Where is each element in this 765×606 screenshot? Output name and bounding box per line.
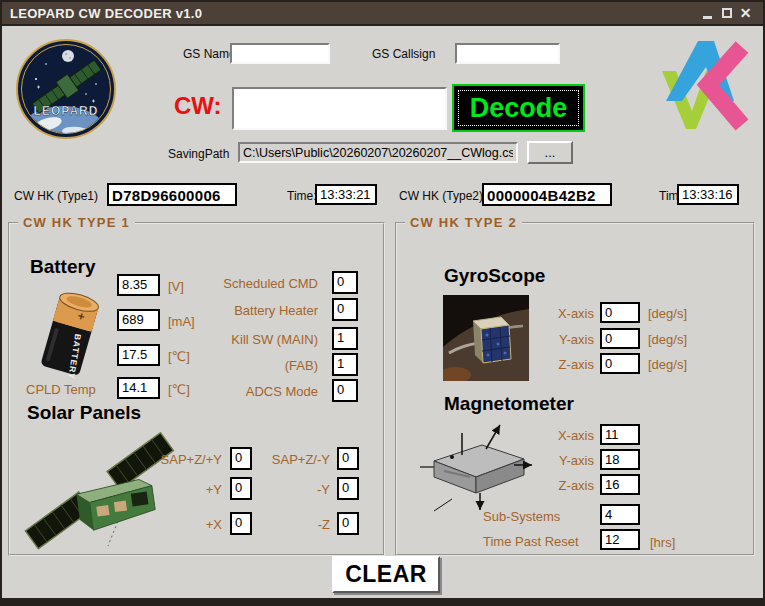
saving-path-label: SavingPath — [168, 147, 229, 161]
type2-group-title: CW HK TYPE 2 — [405, 215, 522, 230]
patch-leopard-text: LEOPARD — [34, 104, 99, 118]
browse-button[interactable]: ... — [527, 141, 573, 164]
scheduled-cmd-box[interactable]: 0 — [332, 271, 358, 294]
kill-sw-main-box[interactable]: 1 — [332, 327, 358, 350]
sap-my-label: -Y — [255, 482, 330, 497]
hk-time1-box[interactable]: 13:33:21 — [315, 184, 377, 205]
hk-type1-label: CW HK (Type1) — [14, 189, 98, 203]
decode-button[interactable]: Decode — [452, 84, 585, 132]
window-title: LEOPARD CW DECODER v1.0 — [10, 6, 698, 21]
gyroscope-satellite-image — [443, 295, 529, 381]
maximize-icon — [722, 8, 732, 18]
mag-y-box[interactable]: 18 — [600, 449, 640, 470]
hrs-unit: [hrs] — [650, 535, 675, 550]
hk-type2-value-box[interactable]: 0000004B42B2 — [482, 183, 612, 206]
hk-time2-box[interactable]: 13:33:16 — [677, 184, 739, 205]
maximize-button[interactable] — [717, 4, 736, 23]
sap-mz-label: -Z — [255, 517, 330, 532]
cpld-temp-box[interactable]: 14.1 — [117, 377, 160, 399]
clear-button[interactable]: CLEAR — [332, 556, 440, 593]
adcs-mode-box[interactable]: 0 — [332, 379, 358, 402]
time-past-reset-label: Time Past Reset — [483, 534, 579, 549]
sap-py-label: +Y — [145, 482, 222, 497]
battery-icon: + BATTERY — [32, 284, 107, 379]
mag-x-box[interactable]: 11 — [600, 424, 640, 445]
titlebar: LEOPARD CW DECODER v1.0 ✕ — [2, 2, 763, 24]
sap-zy1-box[interactable]: 0 — [230, 447, 252, 470]
minimize-icon — [703, 16, 712, 19]
gyro-x-box[interactable]: 0 — [600, 302, 640, 323]
hk-type2-label: CW HK (Type2) — [399, 189, 483, 203]
cw-label: CW: — [174, 92, 222, 120]
gyro-z-unit: [deg/s] — [648, 357, 687, 372]
gyroscope-heading: GyroScope — [444, 265, 545, 287]
voltage-unit: [V] — [168, 279, 184, 294]
cw-input[interactable] — [232, 87, 447, 130]
battery-temp-box[interactable]: 17.5 — [117, 344, 160, 366]
gyro-y-box[interactable]: 0 — [600, 328, 640, 349]
gs-name-label: GS Name — [183, 47, 236, 61]
mag-x-label: X-axis — [540, 428, 594, 443]
type1-group-title: CW HK TYPE 1 — [18, 215, 135, 230]
kill-sw-fab-box[interactable]: 1 — [332, 353, 358, 376]
sap-mz-box[interactable]: 0 — [337, 512, 359, 535]
sap-zy1-label: SAP+Z/+Y — [145, 452, 222, 467]
gs-callsign-label: GS Callsign — [372, 47, 435, 61]
sap-px-label: +X — [145, 517, 222, 532]
gyro-x-label: X-axis — [540, 306, 594, 321]
close-button[interactable]: ✕ — [736, 4, 755, 23]
gyro-x-unit: [deg/s] — [648, 306, 687, 321]
time-past-reset-box[interactable]: 12 — [600, 529, 640, 550]
adcs-mode-label: ADCS Mode — [186, 384, 318, 399]
gs-name-input[interactable] — [230, 43, 330, 64]
kill-sw-fab-label: (FAB) — [186, 358, 318, 373]
gyro-y-label: Y-axis — [540, 332, 594, 347]
subsystems-label: Sub-Systems — [483, 509, 560, 524]
sap-my-box[interactable]: 0 — [337, 477, 359, 500]
battery-heading: Battery — [30, 256, 95, 278]
kill-sw-main-label: Kill SW (MAIN) — [186, 332, 318, 347]
close-icon: ✕ — [740, 6, 752, 20]
sap-zy2-box[interactable]: 0 — [337, 447, 359, 470]
battery-voltage-box[interactable]: 8.35 — [117, 274, 160, 296]
battery-heater-label: Battery Heater — [186, 303, 318, 318]
mag-z-box[interactable]: 16 — [600, 474, 640, 495]
hk-type1-value-box[interactable]: D78D96600006 — [107, 183, 237, 206]
cpld-temp-label: CPLD Temp — [26, 382, 96, 397]
battery-current-box[interactable]: 689 — [117, 309, 160, 331]
subsystems-box[interactable]: 4 — [600, 504, 640, 525]
minimize-button[interactable] — [698, 4, 717, 23]
mag-z-label: Z-axis — [540, 478, 594, 493]
hk-time1-label: Time: — [287, 189, 317, 203]
gs-callsign-input[interactable] — [455, 43, 560, 64]
mag-y-label: Y-axis — [540, 453, 594, 468]
leopard-mission-patch: LEOPARD — [16, 38, 116, 140]
gyro-z-box[interactable]: 0 — [600, 353, 640, 374]
gyro-z-label: Z-axis — [540, 357, 594, 372]
solar-panels-heading: Solar Panels — [27, 402, 141, 424]
magnetometer-heading: Magnetometer — [444, 393, 574, 415]
magnetometer-icon — [418, 415, 538, 515]
scheduled-cmd-label: Scheduled CMD — [186, 276, 318, 291]
sap-px-box[interactable]: 0 — [230, 512, 252, 535]
saving-path-field[interactable] — [238, 142, 518, 163]
app-window: LEOPARD CW DECODER v1.0 ✕ — [0, 0, 765, 606]
university-logo — [662, 33, 750, 137]
sap-py-box[interactable]: 0 — [230, 477, 252, 500]
sap-zy2-label: SAP+Z/-Y — [255, 452, 330, 467]
battery-heater-box[interactable]: 0 — [332, 298, 358, 321]
gyro-y-unit: [deg/s] — [648, 332, 687, 347]
